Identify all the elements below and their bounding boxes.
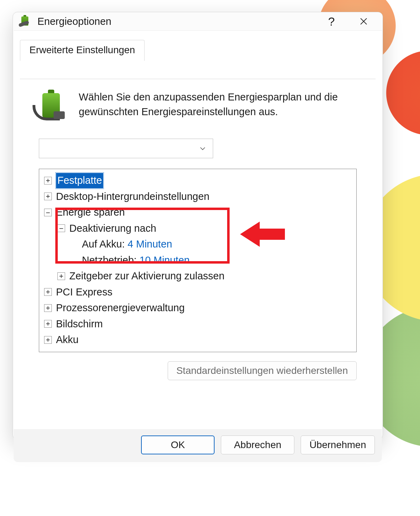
desktop-background: Energieoptionen ? Erweiterte Einstellung… — [0, 0, 420, 516]
expand-icon[interactable] — [44, 177, 52, 184]
tree-item-desktop-bg[interactable]: Desktop-Hintergrundeinstellungen — [41, 189, 354, 205]
tab-advanced-settings[interactable]: Erweiterte Einstellungen — [20, 40, 145, 61]
ok-button[interactable]: OK — [141, 435, 215, 454]
collapse-icon[interactable] — [44, 209, 52, 216]
dialog-footer: OK Abbrechen Übernehmen — [14, 429, 382, 462]
close-button[interactable] — [348, 12, 380, 30]
tree-item-prozessor[interactable]: Prozessorenergieverwaltung — [41, 300, 354, 316]
chevron-down-icon — [199, 145, 206, 152]
help-button[interactable]: ? — [315, 12, 348, 30]
setting-auf-akku[interactable]: Auf Akku: 4 Minuten — [41, 236, 354, 252]
tree-item-bildschirm[interactable]: Bildschirm — [41, 316, 354, 332]
intro-row: Wählen Sie den anzupassenden Energiespar… — [35, 90, 361, 123]
power-options-icon — [19, 15, 32, 28]
collapse-icon[interactable] — [57, 224, 65, 232]
expand-icon[interactable] — [44, 193, 52, 200]
tab-page: Wählen Sie den anzupassenden Energiespar… — [20, 79, 376, 384]
apply-button[interactable]: Übernehmen — [301, 435, 375, 454]
power-plan-dropdown[interactable] — [39, 139, 213, 158]
tree-item-akku[interactable]: Akku — [41, 332, 354, 348]
tree-item-deaktivierung-nach[interactable]: Deaktivierung nach — [41, 221, 354, 237]
client-area: Erweiterte Einstellungen Wählen Sie den … — [14, 30, 382, 462]
settings-tree: Festplatte Desktop-Hintergrundeinstellun… — [39, 169, 357, 352]
tab-strip: Erweiterte Einstellungen — [20, 40, 376, 60]
expand-icon[interactable] — [44, 320, 52, 328]
tree-item-zeitgeber[interactable]: Zeitgeber zur Aktivierung zulassen — [41, 268, 354, 284]
tree-item-festplatte[interactable]: Festplatte — [41, 173, 354, 189]
setting-value[interactable]: 4 Minuten — [128, 237, 172, 252]
expand-icon[interactable] — [57, 272, 65, 280]
expand-icon[interactable] — [44, 336, 52, 344]
expand-icon[interactable] — [44, 288, 52, 296]
power-options-dialog: Energieoptionen ? Erweiterte Einstellung… — [13, 12, 383, 440]
setting-netzbetrieb[interactable]: Netzbetrieb: 10 Minuten — [41, 252, 354, 269]
tree-item-pci-express[interactable]: PCI Express — [41, 284, 354, 300]
tree-item-energie-sparen[interactable]: Energie sparen — [41, 204, 354, 221]
expand-icon[interactable] — [44, 304, 52, 312]
setting-label: Netzbetrieb: — [82, 253, 136, 268]
setting-value[interactable]: 10 Minuten — [139, 253, 190, 268]
titlebar: Energieoptionen ? — [13, 12, 383, 30]
intro-text: Wählen Sie den anzupassenden Energiespar… — [79, 90, 361, 123]
cancel-button[interactable]: Abbrechen — [221, 435, 294, 454]
battery-plug-icon — [35, 90, 68, 123]
setting-label: Auf Akku: — [82, 237, 125, 252]
window-title: Energieoptionen — [37, 16, 315, 27]
restore-defaults-button[interactable]: Standardeinstellungen wiederherstellen — [168, 361, 357, 380]
